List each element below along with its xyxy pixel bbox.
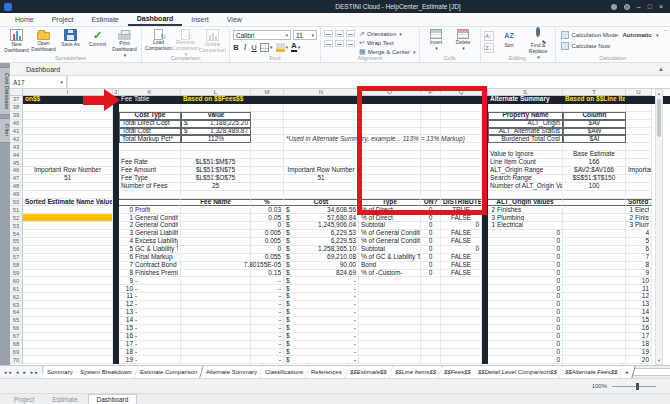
underline-button[interactable]: U [251,43,257,52]
cell-T64[interactable] [563,309,626,317]
cell-P63[interactable] [421,301,441,309]
delete-cells-button[interactable]: Delete▾ [450,28,477,55]
vertical-scroll-thumb[interactable] [657,99,661,137]
cell-O68[interactable] [359,341,421,349]
cell-S54[interactable]: 0 [488,230,563,238]
cell-L51[interactable] [181,206,251,214]
cell-N62[interactable]: $- [284,293,359,301]
cell-P60[interactable] [421,277,441,285]
cell-T66[interactable] [563,325,626,333]
cell-I67[interactable] [23,333,113,341]
sidebar-tab-filter[interactable]: Filter [0,118,10,142]
sidebar-tab-cost-database[interactable]: Cost Database [0,67,10,115]
row-header-54[interactable]: 54 [10,230,23,238]
cell-L61[interactable] [181,285,251,293]
row-header-67[interactable]: 67 [10,333,23,341]
cell-I61[interactable] [23,285,113,293]
cell-U39[interactable] [626,112,652,120]
cell-K63[interactable]: 12- [119,301,181,309]
cell-I66[interactable] [23,325,113,333]
row-header-64[interactable]: 64 [10,309,23,317]
row-header-46[interactable]: 46 [10,167,23,175]
cell-K46[interactable]: Fee Amount [119,167,181,175]
cell-N39[interactable] [284,112,359,120]
cell-P55[interactable]: 0 [421,238,441,246]
italic-button[interactable]: I [242,43,248,52]
row-header-42[interactable]: 42 [10,135,23,143]
cell-M51[interactable]: 0.03 [251,206,284,214]
cell-M59[interactable]: 0.15 [251,270,284,278]
cell-M54[interactable]: 0.005 [251,230,284,238]
cell-P57[interactable]: 0 [421,254,441,262]
cell-M56[interactable]: 0 [251,246,284,254]
cell-M69[interactable]: - [251,349,284,357]
row-header-60[interactable]: 60 [10,277,23,285]
cell-U55[interactable]: 5 [626,238,652,246]
cell-P67[interactable] [421,333,441,341]
open-dashboard-button[interactable]: Open Dashboard [30,28,57,55]
cell-N45[interactable] [284,159,359,167]
cell-U61[interactable]: 11 [626,285,652,293]
cell-N64[interactable]: $- [284,309,359,317]
align-top-icon[interactable] [324,30,333,37]
row-header-70[interactable]: 70 [10,356,23,364]
tab-insert[interactable]: Insert [182,13,218,26]
cell-N59[interactable]: $824.69 [284,270,359,278]
cell-S68[interactable]: 0 [488,341,563,349]
cell-S49[interactable] [488,191,563,199]
cell-N65[interactable]: $- [284,317,359,325]
cell-S41[interactable]: ALT_Alternate Status [488,128,563,136]
align-middle-icon[interactable] [335,30,344,37]
cell-L46[interactable]: $L$51:$N$75 [181,167,251,175]
row-header-39[interactable]: 39 [10,112,23,120]
cell-O70[interactable] [359,356,421,364]
cell-S58[interactable]: 0 [488,262,563,270]
row-header-69[interactable]: 69 [10,349,23,357]
cell-N57[interactable]: $69,210.08 [284,254,359,262]
cell-I54[interactable] [23,230,113,238]
row-header-51[interactable]: 51 [10,206,23,214]
cell-L66[interactable] [181,325,251,333]
cell-M40[interactable] [251,120,284,128]
row-header-43[interactable]: 43 [10,143,23,151]
new-dashboard-button[interactable]: New Dashboard [3,28,30,55]
cell-P61[interactable] [421,285,441,293]
fill-color-button[interactable]: ▾ [276,43,289,52]
cell-K67[interactable]: 16- [119,333,181,341]
cell-Q70[interactable] [441,356,482,364]
cell-L38[interactable] [181,104,251,112]
tab-scrollbar[interactable] [633,368,670,376]
ribbon-collapse-icon[interactable]: ˆ [664,29,666,35]
cell-K41[interactable]: Total Cost [119,128,181,136]
cell-L59[interactable] [181,270,251,278]
cell-U47[interactable] [626,175,652,183]
sheet-tab-line-items[interactable]: $$Line Items$$ [389,366,442,378]
tab-dashboard[interactable]: Dashboard [128,13,183,26]
row-header-48[interactable]: 48 [10,183,23,191]
cell-T70[interactable] [563,356,626,364]
app-tab-project[interactable]: Project [6,394,42,404]
cell-K56[interactable]: 5GC & Liability Total [119,246,181,254]
cell-S66[interactable]: 0 [488,325,563,333]
sort-descending-icon[interactable]: Z↓ [484,43,494,53]
cell-Q58[interactable]: FALSE [441,262,482,270]
wrap-text-button[interactable]: ↵Wrap Text [359,39,416,47]
first-sheet-button[interactable]: ◄◄ [2,370,13,375]
cell-N61[interactable]: $- [284,285,359,293]
cell-L43[interactable] [181,143,251,151]
close-button[interactable]: × [659,0,663,13]
cell-I55[interactable] [23,238,113,246]
name-box[interactable]: A17▾ [10,76,68,88]
cell-K51[interactable]: 0Profit [119,206,181,214]
cell-S67[interactable]: 0 [488,333,563,341]
cell-O52[interactable]: % of Direct [359,214,421,222]
cell-Q57[interactable]: FALSE [441,254,482,262]
cell-S69[interactable]: 0 [488,349,563,357]
cell-S52[interactable]: 3Plumbing [488,214,563,222]
cell-N47[interactable]: 51 [284,175,359,183]
cell-K64[interactable]: 13- [119,309,181,317]
cell-K43[interactable] [119,143,181,151]
cell-P66[interactable] [421,325,441,333]
row-header-59[interactable]: 59 [10,270,23,278]
cell-T41[interactable]: $AW [563,128,626,136]
